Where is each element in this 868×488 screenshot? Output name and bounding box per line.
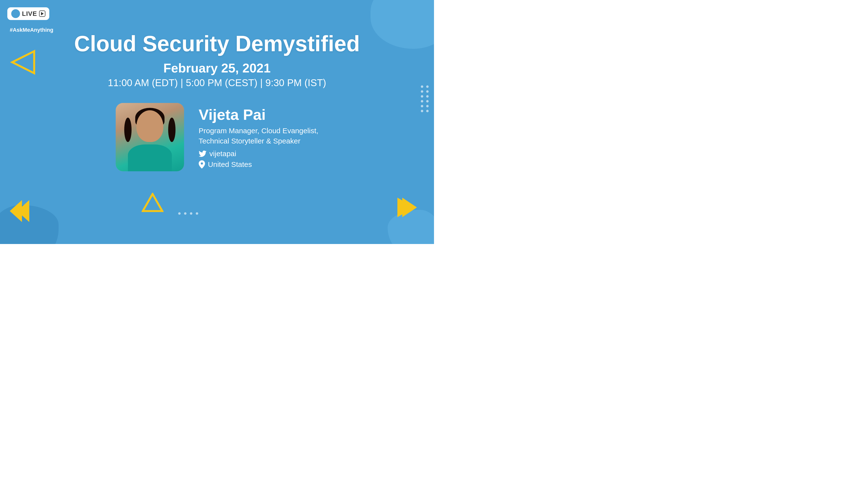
face-shape — [136, 110, 163, 142]
twitter-handle: vijetapai — [210, 150, 236, 158]
main-content: Cloud Security Demystified February 25, … — [0, 0, 434, 244]
event-title: Cloud Security Demystified — [74, 32, 360, 56]
speaker-title: Program Manager, Cloud Evangelist, Techn… — [199, 126, 318, 146]
speaker-section: Vijeta Pai Program Manager, Cloud Evange… — [116, 103, 318, 171]
speaker-photo-inner — [116, 103, 184, 171]
event-time: 11:00 AM (EDT) | 5:00 PM (CEST) | 9:30 P… — [108, 77, 326, 88]
body-shape — [128, 144, 172, 171]
speaker-photo — [116, 103, 184, 171]
twitter-icon — [199, 151, 207, 157]
event-date: February 25, 2021 — [163, 61, 271, 75]
speaker-name: Vijeta Pai — [199, 106, 318, 123]
speaker-info: Vijeta Pai Program Manager, Cloud Evange… — [199, 106, 318, 169]
background: LIVE #AskMeAnything Cloud Security Demys… — [0, 0, 434, 244]
speaker-twitter: vijetapai — [199, 150, 318, 158]
hair-side-right — [168, 118, 176, 142]
hair-side-left — [124, 118, 131, 142]
location-text: United States — [208, 160, 252, 169]
speaker-location: United States — [199, 160, 318, 169]
location-icon — [199, 160, 205, 169]
